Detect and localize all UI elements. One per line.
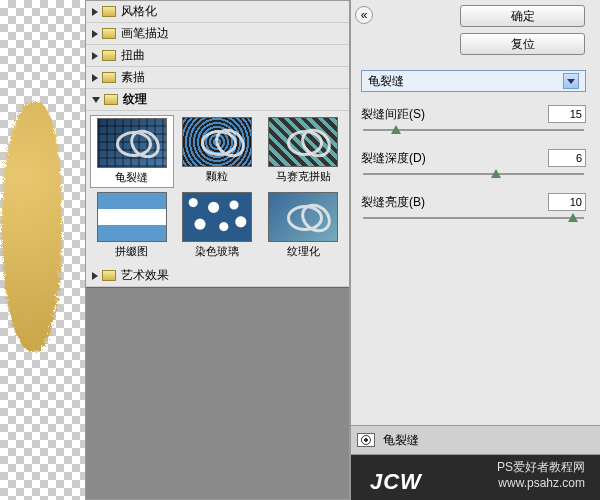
folder-label: 素描 bbox=[121, 69, 145, 86]
texture-mosaic-tiles[interactable]: 马赛克拼贴 bbox=[261, 115, 345, 188]
canvas-checkerboard bbox=[0, 0, 85, 500]
folder-icon bbox=[102, 28, 116, 39]
collapse-icon: « bbox=[361, 8, 368, 22]
folder-icon bbox=[102, 72, 116, 83]
thumbnail bbox=[268, 192, 338, 242]
slider-crack-depth: 裂缝深度(D) bbox=[361, 149, 586, 175]
folder-brush-strokes[interactable]: 画笔描边 bbox=[86, 23, 349, 45]
thumbnail bbox=[268, 117, 338, 167]
folder-icon bbox=[102, 6, 116, 17]
settings-panel: « 确定 复位 龟裂缝 裂缝间距(S) 裂缝深度(D) 裂缝亮度(B) 龟裂缝 bbox=[350, 0, 600, 500]
chevron-down-icon bbox=[92, 97, 100, 103]
thumb-label: 染色玻璃 bbox=[195, 244, 239, 259]
button-stack: 确定 复位 bbox=[460, 5, 585, 61]
thumb-label: 龟裂缝 bbox=[115, 170, 148, 185]
folder-icon bbox=[104, 94, 118, 105]
effect-layer-label: 龟裂缝 bbox=[383, 432, 419, 449]
thumbnail bbox=[182, 117, 252, 167]
watermark-line1: PS爱好者教程网 bbox=[497, 459, 585, 476]
slider-group: 裂缝间距(S) 裂缝深度(D) 裂缝亮度(B) bbox=[361, 105, 586, 237]
crack-depth-input[interactable] bbox=[548, 149, 586, 167]
folder-distort[interactable]: 扭曲 bbox=[86, 45, 349, 67]
slider-thumb[interactable] bbox=[491, 169, 501, 178]
chevron-right-icon bbox=[92, 74, 98, 82]
slider-thumb[interactable] bbox=[391, 125, 401, 134]
chevron-right-icon bbox=[92, 272, 98, 280]
ok-button[interactable]: 确定 bbox=[460, 5, 585, 27]
texture-thumbnail-grid: 龟裂缝 颗粒 马赛克拼贴 拼缀图 染色玻璃 纹理化 bbox=[86, 111, 349, 265]
folder-label: 纹理 bbox=[123, 91, 147, 108]
folder-sketch[interactable]: 素描 bbox=[86, 67, 349, 89]
watermark-line2: www.psahz.com bbox=[497, 476, 585, 490]
folder-icon bbox=[102, 50, 116, 61]
watermark-jcw: JCW bbox=[370, 469, 422, 495]
watermark-text: PS爱好者教程网 www.psahz.com bbox=[497, 459, 585, 490]
thumbnail bbox=[97, 192, 167, 242]
texture-craquelure[interactable]: 龟裂缝 bbox=[90, 115, 174, 188]
folder-stylize[interactable]: 风格化 bbox=[86, 1, 349, 23]
slider-track[interactable] bbox=[363, 129, 584, 131]
texture-grain[interactable]: 颗粒 bbox=[176, 115, 260, 188]
panel-empty-area bbox=[86, 287, 349, 499]
thumb-label: 拼缀图 bbox=[115, 244, 148, 259]
folder-icon bbox=[102, 270, 116, 281]
slider-label: 裂缝亮度(B) bbox=[361, 194, 425, 211]
collapse-button[interactable]: « bbox=[355, 6, 373, 24]
filter-gallery-panel: 风格化 画笔描边 扭曲 素描 纹理 龟裂缝 颗粒 马赛克拼贴 拼缀图 染色玻璃 … bbox=[85, 0, 350, 500]
folder-label: 画笔描边 bbox=[121, 25, 169, 42]
texture-stained-glass[interactable]: 染色玻璃 bbox=[176, 190, 260, 261]
chevron-right-icon bbox=[92, 8, 98, 16]
thumbnail bbox=[182, 192, 252, 242]
slider-track[interactable] bbox=[363, 217, 584, 219]
chevron-right-icon bbox=[92, 30, 98, 38]
visibility-eye-icon[interactable] bbox=[357, 433, 375, 447]
folder-label: 风格化 bbox=[121, 3, 157, 20]
texture-texturizer[interactable]: 纹理化 bbox=[261, 190, 345, 261]
reset-button[interactable]: 复位 bbox=[460, 33, 585, 55]
slider-thumb[interactable] bbox=[568, 213, 578, 222]
dropdown-arrow-icon bbox=[563, 73, 579, 89]
effect-layer-strip[interactable]: 龟裂缝 bbox=[351, 425, 600, 455]
thumbnail bbox=[97, 118, 167, 168]
slider-crack-spacing: 裂缝间距(S) bbox=[361, 105, 586, 131]
filter-dropdown[interactable]: 龟裂缝 bbox=[361, 70, 586, 92]
folder-artistic[interactable]: 艺术效果 bbox=[86, 265, 349, 287]
slider-label: 裂缝间距(S) bbox=[361, 106, 425, 123]
slider-label: 裂缝深度(D) bbox=[361, 150, 426, 167]
canvas-artwork bbox=[0, 100, 60, 350]
crack-spacing-input[interactable] bbox=[548, 105, 586, 123]
folder-label: 扭曲 bbox=[121, 47, 145, 64]
thumb-label: 纹理化 bbox=[287, 244, 320, 259]
crack-brightness-input[interactable] bbox=[548, 193, 586, 211]
thumb-label: 马赛克拼贴 bbox=[276, 169, 331, 184]
folder-label: 艺术效果 bbox=[121, 267, 169, 284]
folder-texture[interactable]: 纹理 bbox=[86, 89, 349, 111]
thumb-label: 颗粒 bbox=[206, 169, 228, 184]
texture-patchwork[interactable]: 拼缀图 bbox=[90, 190, 174, 261]
slider-crack-brightness: 裂缝亮度(B) bbox=[361, 193, 586, 219]
dropdown-value: 龟裂缝 bbox=[368, 73, 404, 90]
chevron-right-icon bbox=[92, 52, 98, 60]
slider-track[interactable] bbox=[363, 173, 584, 175]
